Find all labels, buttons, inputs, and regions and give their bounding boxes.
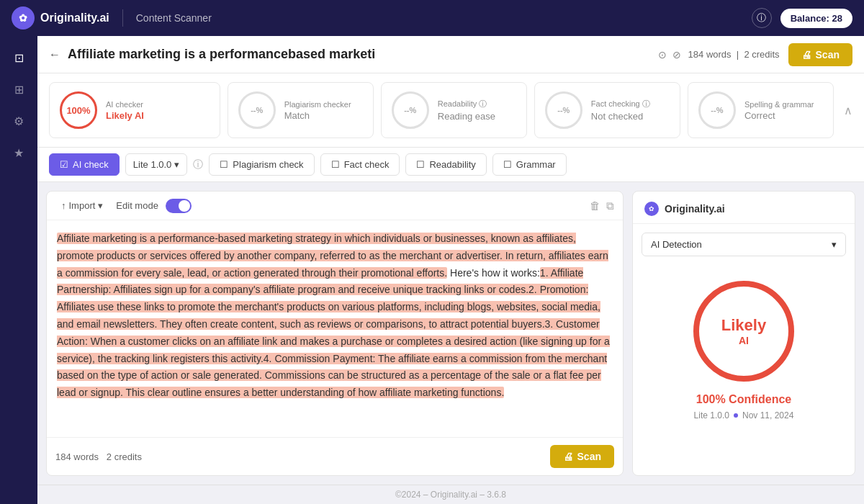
app-name: Originality.ai (40, 12, 109, 24)
scan-icon: 🖨 (801, 49, 811, 60)
readability-card: --% Readability ⓘ Reading ease (381, 82, 527, 138)
toolbar-row: ☑ AI check Lite 1.0.0 ▾ ⓘ ☐ Plagiarism c… (37, 148, 864, 182)
panel-logo: ✿ (644, 202, 659, 216)
sidebar: ⊡ ⊞ ⚙ ★ (0, 36, 37, 504)
score-cards-row: 100% AI checker Likely AI --% Plagiarism… (37, 73, 864, 148)
dot-separator (734, 413, 738, 418)
right-panel: ✿ Originality.ai AI Detection ▾ Likely A… (632, 191, 855, 476)
plagiarism-info: Plagiarism checker Match (284, 100, 351, 121)
logo-icon: ✿ (12, 6, 35, 30)
app-logo: ✿ Originality.ai (12, 6, 109, 30)
sidebar-icon-favorites[interactable]: ★ (6, 140, 32, 166)
editor-toolbar: ↑ Import ▾ Edit mode 🗑 ⧉ (47, 192, 623, 220)
edit-mode-toggle[interactable] (166, 199, 192, 213)
app-subtitle: Content Scanner (136, 12, 212, 24)
fact-checkbox-icon: ☐ (331, 159, 340, 170)
footer-scan-button[interactable]: 🖨 Scan (550, 445, 614, 468)
spelling-info: Spelling & grammar Correct (744, 100, 814, 121)
plagiarism-card: --% Plagiarism checker Match (228, 82, 374, 138)
navbar-left: ✿ Originality.ai Content Scanner (12, 6, 212, 30)
grammar-checkbox-icon: ☐ (503, 159, 512, 170)
copy-icon[interactable]: ⧉ (606, 199, 614, 212)
confidence-text: 100% Confidence (642, 393, 846, 406)
spelling-circle: --% (698, 91, 736, 129)
upload-icon: ↑ (61, 200, 66, 211)
editor-content[interactable]: Affiliate marketing is a performance-bas… (47, 220, 623, 437)
doc-header-icons: ⊙ ⊘ (658, 49, 681, 60)
scan-footer-icon: 🖨 (563, 451, 573, 462)
ai-result-circle: Likely AI (693, 281, 794, 382)
sidebar-icon-docs[interactable]: ⊞ (6, 76, 32, 102)
checkbox-icon: ☑ (60, 159, 68, 170)
doc-header-right: 184 words | 2 credits 🖨 Scan (688, 43, 852, 66)
back-button[interactable]: ← (49, 48, 60, 61)
readability-info: Readability ⓘ Reading ease (438, 99, 495, 122)
fact-check-circle: --% (545, 91, 582, 129)
doc-title: Affiliate marketing is a performancebase… (68, 47, 651, 62)
ai-card-info: AI checker Likely AI (106, 100, 144, 121)
highlighted-text: Affiliate marketing is a performance-bas… (57, 233, 608, 279)
ai-result-circle-container: Likely AI (642, 266, 846, 389)
plagiarism-check-button[interactable]: ☐ Plagiarism check (209, 153, 314, 176)
navbar-right: ⓘ Balance: 28 (752, 8, 852, 28)
share-icon[interactable]: ⊘ (672, 49, 681, 60)
right-panel-content: AI Detection ▾ Likely AI 100% Confidence… (633, 224, 855, 475)
collapse-button[interactable]: ∧ (844, 104, 852, 117)
sidebar-icon-settings[interactable]: ⚙ (6, 108, 32, 134)
fact-check-card: --% Fact checking ⓘ Not checked (534, 82, 680, 138)
delete-icon[interactable]: 🗑 (590, 199, 600, 212)
import-button[interactable]: ↑ Import ▾ (55, 197, 109, 214)
balance-button[interactable]: Balance: 28 (780, 9, 852, 28)
plagiarism-checkbox-icon: ☐ (220, 159, 228, 170)
fact-check-info: Fact checking ⓘ Not checked (591, 99, 650, 122)
word-count: 184 words | 2 credits (688, 49, 780, 60)
panel-title: Originality.ai (665, 203, 725, 215)
main-layout: ⊡ ⊞ ⚙ ★ ← Affiliate marketing is a perfo… (0, 36, 864, 504)
editor-pane: ↑ Import ▾ Edit mode 🗑 ⧉ Affiliate marke… (46, 191, 624, 476)
chevron-down-icon: ▾ (174, 159, 179, 170)
import-chevron: ▾ (98, 200, 103, 211)
ai-score-circle: 100% (60, 91, 97, 129)
detection-dropdown[interactable]: AI Detection ▾ (642, 233, 846, 256)
readability-checkbox-icon: ☐ (416, 159, 425, 170)
toolbar-info-icon[interactable]: ⓘ (193, 158, 203, 171)
dropdown-chevron-icon: ▾ (832, 239, 837, 250)
info-button[interactable]: ⓘ (752, 8, 772, 28)
doc-header: ← Affiliate marketing is a performanceba… (37, 36, 864, 73)
scan-meta: Lite 1.0.0 Nov 11, 2024 (642, 410, 846, 420)
settings-icon[interactable]: ⊙ (658, 49, 667, 60)
nav-divider (122, 9, 123, 27)
sidebar-icon-home[interactable]: ⊡ (6, 45, 32, 71)
page-footer: ©2024 – Originality.ai – 3.6.8 (37, 485, 864, 504)
highlighted-text-2: 1. Affiliate Partnership: Affiliates sig… (57, 267, 610, 399)
version-selector[interactable]: Lite 1.0.0 ▾ (125, 153, 188, 176)
edit-mode-label: Edit mode (116, 200, 158, 211)
header-scan-button[interactable]: 🖨 Scan (788, 43, 852, 66)
fact-check-button[interactable]: ☐ Fact check (320, 153, 400, 176)
editor-area: ↑ Import ▾ Edit mode 🗑 ⧉ Affiliate marke… (37, 182, 864, 485)
editor-footer: 184 words 2 credits 🖨 Scan (47, 437, 623, 475)
footer-word-credit: 184 words 2 credits (55, 451, 142, 462)
content-area: ← Affiliate marketing is a performanceba… (37, 36, 864, 504)
editor-action-icons: 🗑 ⧉ (590, 199, 614, 212)
toggle-knob (179, 200, 190, 212)
readability-circle: --% (392, 91, 429, 129)
plagiarism-circle: --% (238, 91, 276, 129)
readability-button[interactable]: ☐ Readability (405, 153, 486, 176)
grammar-button[interactable]: ☐ Grammar (492, 153, 567, 176)
right-panel-header: ✿ Originality.ai (633, 192, 855, 224)
navbar: ✿ Originality.ai Content Scanner ⓘ Balan… (0, 0, 864, 36)
ai-checker-card: 100% AI checker Likely AI (49, 82, 220, 138)
ai-check-button[interactable]: ☑ AI check (49, 153, 120, 176)
spelling-card: --% Spelling & grammar Correct (688, 82, 834, 138)
